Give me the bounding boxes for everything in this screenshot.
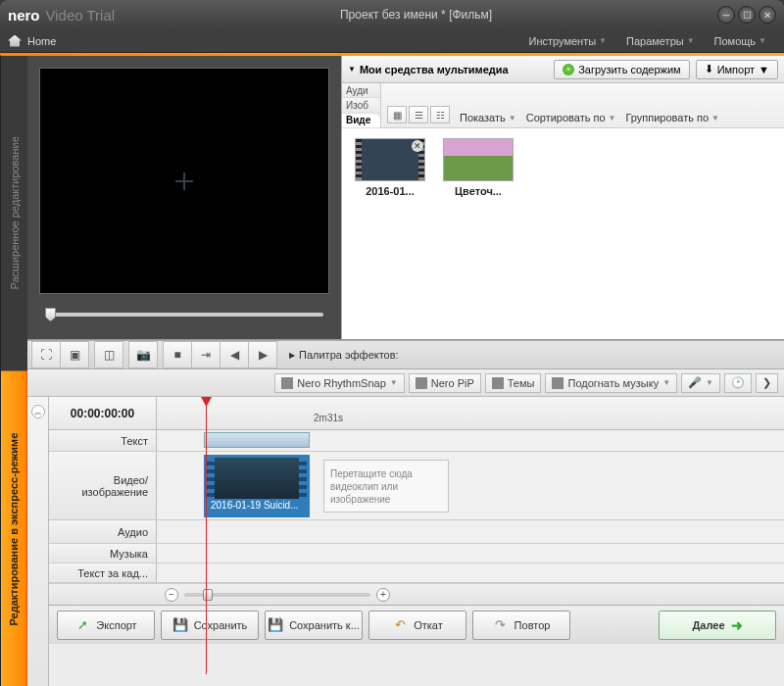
layout-button[interactable]: ◫ [94, 341, 123, 368]
save-as-button[interactable]: 💾Сохранить к... [265, 611, 363, 640]
load-content-button[interactable]: +Загрузить содержим [554, 60, 690, 79]
prev-frame-button[interactable]: ◀ [220, 341, 249, 368]
snapshot-button[interactable]: 📷 [128, 341, 158, 368]
chevron-up-icon: ︽ [31, 405, 45, 418]
fit-button[interactable]: ▣ [60, 341, 89, 368]
track-lane-behind-text[interactable] [157, 564, 784, 582]
export-button[interactable]: ➚Экспорт [57, 611, 155, 640]
zoom-slider[interactable] [184, 593, 370, 597]
transport-bar: ⛶ ▣ ◫ 📷 ■ ⇥ ◀ ▶ ▶Палитра эффектов: [27, 340, 784, 369]
fullscreen-button[interactable]: ⛶ [31, 341, 61, 368]
remove-icon[interactable]: ✕ [412, 140, 423, 152]
menu-help[interactable]: Помощь▼ [705, 35, 776, 47]
track-lane-audio[interactable] [157, 520, 784, 543]
menu-tools[interactable]: Инструменты▼ [519, 35, 617, 47]
caret-down-icon: ▼ [759, 36, 766, 45]
media-item[interactable]: Цветоч... [440, 138, 516, 197]
stop-button[interactable]: ■ [163, 341, 192, 368]
pip-button[interactable]: Nero PiP [409, 373, 481, 393]
side-tab-express[interactable]: Редактирование в экспресс-режиме [0, 371, 27, 687]
mic-icon: 🎤 [688, 376, 702, 389]
group-dropdown[interactable]: Группировать по▼ [625, 112, 719, 123]
preview-seek-slider[interactable] [39, 302, 329, 327]
track-label-text: Текст [49, 430, 157, 451]
view-thumbnails-button[interactable]: ▦ [387, 106, 407, 123]
set-marker-button[interactable]: ⇥ [191, 341, 220, 368]
timeline-collapse-handle[interactable]: ︽ [27, 397, 49, 686]
thumbnail [443, 138, 514, 181]
home-button[interactable]: Home [8, 35, 56, 47]
track-label-music: Музыка [49, 544, 157, 563]
themes-button[interactable]: Темы [485, 373, 542, 393]
redo-button[interactable]: ↷Повтор [472, 611, 570, 640]
maximize-button[interactable]: ☐ [738, 6, 756, 24]
caret-down-icon: ▼ [687, 36, 695, 45]
play-button[interactable]: ▶ [248, 341, 277, 368]
import-button[interactable]: ⬇Импорт▼ [696, 60, 778, 79]
brand-logo: nero [8, 7, 40, 24]
arrow-right-icon: ➜ [731, 617, 743, 633]
more-tools-button[interactable]: ❯ [756, 373, 778, 393]
mic-button[interactable]: 🎤▼ [681, 373, 720, 393]
download-icon: ⬇ [705, 63, 713, 75]
redo-icon: ↷ [493, 617, 509, 633]
zoom-thumb[interactable] [203, 589, 213, 601]
zoom-row: − + [49, 583, 784, 605]
document-title: Проект без имени * [Фильм] [115, 8, 717, 22]
text-clip[interactable] [204, 432, 310, 448]
track-lane-music[interactable] [157, 544, 784, 563]
save-icon: 💾 [172, 617, 188, 633]
home-bar: Home Инструменты▼ Параметры▼ Помощь▼ [0, 29, 784, 53]
subtab-audio[interactable]: Ауди [342, 83, 380, 98]
side-tabs: Расширенное редактирование Редактировани… [0, 56, 27, 686]
ruler-mark: 2m31s [314, 413, 343, 423]
zoom-out-button[interactable]: − [165, 588, 178, 602]
undo-button[interactable]: ↶Откат [368, 611, 466, 640]
view-list-button[interactable]: ☰ [409, 106, 428, 123]
track-label-behind-text: Текст за кад... [49, 564, 157, 582]
media-title[interactable]: ▼Мои средства мультимедиа [348, 64, 509, 75]
close-button[interactable]: ✕ [759, 6, 776, 24]
effects-palette-label[interactable]: ▶Палитра эффектов: [289, 349, 399, 361]
product-name: Video Trial [46, 7, 116, 24]
next-button[interactable]: Далее➜ [659, 611, 776, 640]
rhythmsnap-button[interactable]: Nero RhythmSnap▼ [274, 373, 404, 393]
tools-row: Nero RhythmSnap▼ Nero PiP Темы Подогнать… [27, 369, 784, 397]
preview-screen[interactable] [39, 68, 329, 294]
timeline-ruler[interactable]: 2m31s [157, 397, 784, 429]
drop-hint: Перетащите сюда видеоклип или изображени… [323, 460, 449, 513]
media-item-label: Цветоч... [440, 185, 516, 197]
subtab-video[interactable]: Виде [342, 114, 380, 128]
subtab-image[interactable]: Изоб [342, 98, 380, 113]
preview-pane [27, 56, 341, 339]
minimize-button[interactable]: ─ [717, 6, 735, 24]
view-details-button[interactable]: ☷ [430, 106, 450, 123]
timecode-display: 00:00:00:00 [49, 397, 156, 430]
media-toolbar: ▦ ☰ ☷ Показать▼ Сортировать по▼ Группиро… [381, 83, 784, 128]
timeline: 00:00:00:00 2m31s Текст Видео/ изображен… [49, 397, 784, 686]
window-controls: ─ ☐ ✕ [717, 6, 776, 24]
media-pane: ▼Мои средства мультимедиа +Загрузить сод… [341, 56, 784, 339]
show-dropdown[interactable]: Показать▼ [460, 112, 516, 123]
undo-icon: ↶ [392, 617, 408, 633]
playhead[interactable] [206, 397, 207, 674]
title-bar: nero Video Trial Проект без имени * [Фил… [0, 0, 784, 29]
media-grid: ✕ 2016-01... Цветоч... [342, 128, 784, 339]
clock-button[interactable]: 🕑 [724, 373, 752, 393]
fit-music-button[interactable]: Подогнать музыку▼ [545, 373, 677, 393]
caret-down-icon: ▼ [348, 65, 356, 74]
zoom-in-button[interactable]: + [376, 588, 390, 602]
menu-options[interactable]: Параметры▼ [616, 35, 705, 47]
track-lane-text[interactable] [157, 430, 784, 451]
save-button[interactable]: 💾Сохранить [161, 611, 259, 640]
pip-icon [416, 377, 427, 389]
save-as-icon: 💾 [268, 617, 283, 633]
slider-thumb[interactable] [45, 308, 56, 321]
clip-name: 2016-01-19 Suicid... [207, 499, 307, 514]
sort-dropdown[interactable]: Сортировать по▼ [526, 112, 616, 123]
media-item[interactable]: ✕ 2016-01... [352, 138, 428, 197]
home-icon [8, 35, 22, 47]
side-tab-advanced[interactable]: Расширенное редактирование [0, 56, 27, 371]
video-clip[interactable]: 2016-01-19 Suicid... [204, 455, 310, 517]
track-lane-video[interactable]: 2016-01-19 Suicid... Перетащите сюда вид… [157, 452, 784, 519]
